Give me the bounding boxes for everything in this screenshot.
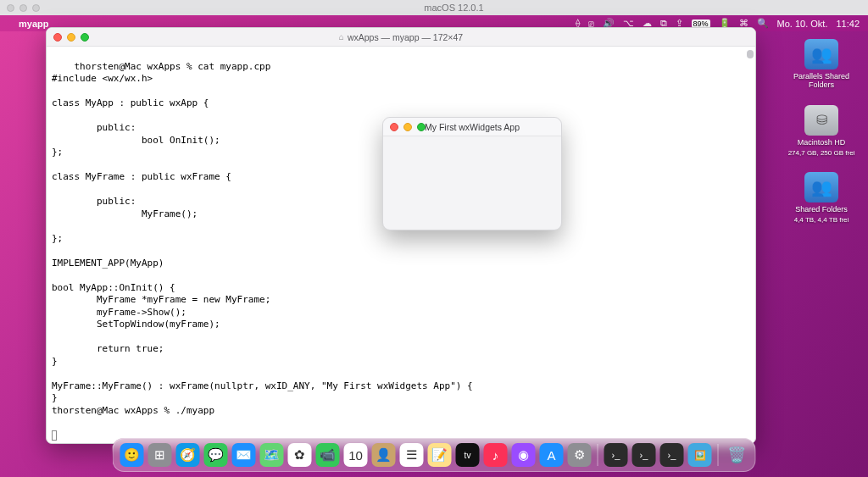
wx-app-window[interactable]: My First wxWidgets App (382, 117, 562, 230)
dock-app-messages[interactable]: 💬 (204, 443, 228, 467)
host-window-titlebar: macOS 12.0.1 (0, 0, 868, 15)
close-icon[interactable] (390, 123, 398, 131)
desktop-icon-sublabel: 274,7 GB, 250 GB frei (788, 149, 855, 157)
desktop-icon-shared-folders[interactable]: 👥Shared Folders4,4 TB, 4,4 TB frei (785, 172, 858, 224)
desktop-icon-parallels-shared-folders[interactable]: 👥Parallels Shared Folders (785, 39, 858, 90)
dock-recent-terminal-recent-1[interactable]: ›_ (604, 443, 628, 467)
dock-app-podcasts[interactable]: ◉ (512, 443, 536, 467)
dock-app-reminders[interactable]: ☰ (400, 443, 424, 467)
dock-app-tv[interactable]: tv (456, 443, 480, 467)
dock-app-preferences[interactable]: ⚙︎ (568, 443, 592, 467)
disk-icon: ⛁ (804, 105, 838, 136)
dock-app-mail[interactable]: ✉️ (232, 443, 256, 467)
desktop-icon-label: Parallels Shared Folders (785, 72, 858, 90)
minimize-icon[interactable] (67, 33, 75, 42)
desktop-icon-label: Shared Folders (795, 205, 848, 214)
terminal-traffic-lights (53, 33, 89, 42)
dock-separator (598, 444, 598, 466)
dock-recent-terminal-recent-3[interactable]: ›_ (660, 443, 684, 467)
desktop-icon-macintosh-hd[interactable]: ⛁Macintosh HD274,7 GB, 250 GB frei (785, 105, 858, 157)
dock-app-notes[interactable]: 📝 (428, 443, 452, 467)
host-traffic-lights (7, 4, 40, 12)
folder-icon: 👥 (804, 39, 838, 69)
terminal-titlebar[interactable]: ⌂ wxApps — myapp — 172×47 (47, 28, 755, 47)
terminal-text: thorsten@Mac wxApps % cat myapp.cpp #inc… (52, 61, 473, 416)
dock: 🙂⊞🧭💬✉️🗺️✿📹10👤☰📝tv♪◉A⚙︎›_›_›_🖼️🗑️ (113, 438, 756, 472)
wx-traffic-lights (390, 123, 426, 131)
dock-app-finder[interactable]: 🙂 (120, 443, 144, 467)
dock-app-photos[interactable]: ✿ (288, 443, 312, 467)
host-zoom-icon[interactable] (32, 4, 40, 12)
zoom-icon[interactable] (81, 33, 89, 42)
folder-icon: 👥 (804, 172, 838, 202)
terminal-title: ⌂ wxApps — myapp — 172×47 (47, 32, 755, 42)
dock-recent-preview-recent[interactable]: 🖼️ (688, 443, 712, 467)
dock-app-appstore[interactable]: A (540, 443, 564, 467)
minimize-icon[interactable] (403, 123, 412, 131)
host-close-icon[interactable] (7, 4, 14, 12)
dock-app-facetime[interactable]: 📹 (316, 443, 340, 467)
terminal-window[interactable]: ⌂ wxApps — myapp — 172×47 thorsten@Mac w… (46, 27, 756, 444)
dock-app-calendar[interactable]: 10 (344, 443, 368, 467)
dock-separator (718, 444, 719, 466)
desktop-icon-sublabel: 4,4 TB, 4,4 TB frei (794, 216, 849, 224)
spotlight-icon[interactable]: 🔍 (757, 18, 769, 29)
terminal-title-text: wxApps — myapp — 172×47 (348, 32, 463, 42)
desktop-icon-label: Macintosh HD (798, 138, 846, 147)
dock-app-contacts[interactable]: 👤 (372, 443, 396, 467)
dock-app-safari[interactable]: 🧭 (176, 443, 200, 467)
host-minimize-icon[interactable] (19, 4, 27, 12)
dock-trash[interactable]: 🗑️ (725, 443, 748, 467)
dock-app-music[interactable]: ♪ (484, 443, 508, 467)
terminal-scrollbar[interactable] (747, 50, 754, 58)
dock-app-maps[interactable]: 🗺️ (260, 443, 284, 467)
terminal-body[interactable]: thorsten@Mac wxApps % cat myapp.cpp #inc… (47, 47, 755, 443)
menubar-time[interactable]: 11:42 (836, 19, 860, 29)
host-window-title: macOS 12.0.1 (40, 3, 868, 13)
terminal-cursor (52, 430, 57, 441)
dock-app-launchpad[interactable]: ⊞ (148, 443, 172, 467)
desktop-icons: 👥Parallels Shared Folders⛁Macintosh HD27… (785, 39, 858, 224)
zoom-icon[interactable] (417, 123, 426, 131)
menubar-date[interactable]: Mo. 10. Okt. (777, 19, 828, 29)
battery-percentage[interactable]: 89% (692, 19, 710, 28)
dock-recent-terminal-recent-2[interactable]: ›_ (632, 443, 656, 467)
wx-titlebar[interactable]: My First wxWidgets App (383, 118, 561, 136)
home-icon: ⌂ (339, 32, 344, 42)
active-app-name[interactable]: myapp (19, 19, 48, 29)
close-icon[interactable] (53, 33, 62, 42)
